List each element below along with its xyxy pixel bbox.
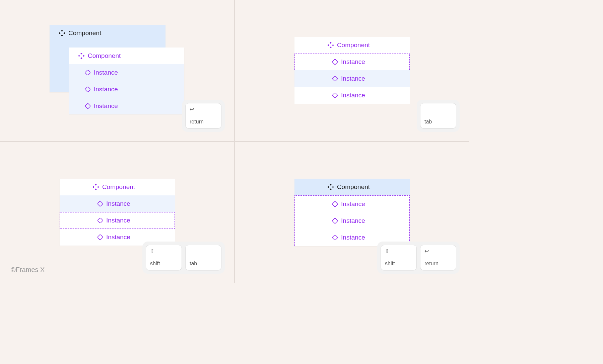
instance-label: Instance [106,200,130,207]
panel: Component Instance Instance Instance [294,37,410,104]
instance-label: Instance [341,234,365,241]
instance-label: Instance [94,102,118,110]
instance-row-selected[interactable]: Instance [60,212,175,229]
panel: Component Instance Instance [294,179,410,246]
instance-icon [332,93,338,98]
component-label: Component [68,29,101,37]
front-panel: Component Instance Instance Instance [69,48,184,114]
instance-group-dashed: Instance Instance Instance [294,195,410,246]
component-filled-icon [93,184,99,190]
key-return: ↩ return [185,103,221,128]
instance-icon [97,235,103,240]
svg-rect-14 [330,47,332,48]
instance-label: Instance [106,234,130,241]
key-group: ⇧ shift tab [142,242,225,274]
svg-rect-17 [332,93,338,98]
instance-row[interactable]: Instance [294,87,410,104]
key-label: tab [424,119,452,125]
component-row[interactable]: Component [69,48,184,64]
svg-rect-21 [95,188,97,190]
instance-label: Instance [341,75,365,82]
instance-row[interactable]: Instance [69,81,184,98]
svg-rect-10 [85,103,90,109]
component-filled-icon [78,53,84,59]
instance-label: Instance [341,92,365,99]
key-label: return [424,261,452,267]
instance-label: Instance [106,217,130,224]
shift-glyph-icon: ⇧ [385,248,412,254]
instance-icon [85,87,90,92]
svg-rect-30 [332,218,338,223]
instance-row[interactable]: Instance [295,196,409,212]
key-tab: tab [420,103,456,128]
svg-rect-12 [328,44,329,46]
svg-rect-8 [85,70,90,75]
svg-rect-6 [83,55,84,57]
instance-label: Instance [94,86,118,93]
svg-rect-28 [330,188,332,190]
instance-icon [332,235,338,240]
component-filled-icon [328,184,334,190]
key-group: tab [417,100,460,132]
quadrant-top-left: Component Component Instance Instanc [0,0,234,142]
quadrant-bottom-left: Component Instance Instance Instance [0,142,234,283]
key-label: tab [190,261,217,267]
component-label: Component [88,52,121,60]
component-filled-icon [59,30,65,36]
panel: Component Instance Instance Instance [60,179,175,246]
svg-rect-16 [332,76,338,81]
return-glyph-icon: ↩ [424,248,452,254]
component-label: Component [337,41,370,49]
key-shift: ⇧ shift [146,245,182,270]
svg-rect-20 [97,186,99,188]
svg-rect-24 [97,235,103,240]
instance-icon [332,218,338,223]
component-row-back[interactable]: Component [50,25,165,41]
svg-rect-1 [59,32,61,34]
svg-rect-29 [332,201,338,207]
svg-rect-27 [332,186,334,188]
instance-icon [332,59,338,65]
instance-label: Instance [341,200,365,208]
instance-label: Instance [94,69,118,76]
key-shift: ⇧ shift [381,245,417,270]
svg-rect-13 [332,44,334,46]
svg-rect-15 [332,59,338,65]
instance-row[interactable]: Instance [295,212,409,229]
component-filled-icon [328,42,334,48]
key-tab: tab [185,245,221,270]
return-glyph-icon: ↩ [190,106,217,112]
instance-icon [85,70,90,75]
instance-row[interactable]: Instance [69,98,184,114]
svg-rect-7 [80,57,82,59]
key-group: ↩ return [182,100,225,132]
instance-icon [97,218,103,223]
credit-text: ©Frames X [11,266,45,274]
svg-rect-25 [330,184,332,186]
svg-rect-9 [85,87,90,92]
svg-rect-22 [97,201,103,206]
instance-row[interactable]: Instance [294,70,410,87]
svg-rect-4 [80,53,82,55]
key-label: shift [150,261,178,267]
instance-row[interactable]: Instance [60,195,175,212]
key-return: ↩ return [420,245,456,270]
instance-icon [332,201,338,207]
component-row[interactable]: Component [294,37,410,54]
key-label: return [190,119,217,125]
instance-row[interactable]: Instance [69,64,184,81]
instance-icon [97,201,103,206]
svg-rect-26 [328,186,329,188]
svg-rect-11 [330,42,332,44]
instance-label: Instance [341,58,365,66]
svg-rect-0 [61,30,63,32]
quadrant-top-right: Component Instance Instance Instance [234,0,469,142]
component-label: Component [337,183,370,191]
component-row[interactable]: Component [60,179,175,195]
shift-glyph-icon: ⇧ [150,248,178,254]
instance-row-selected[interactable]: Instance [294,54,410,70]
svg-rect-23 [97,218,103,223]
component-row-selected[interactable]: Component [294,179,410,195]
svg-rect-5 [78,55,80,57]
svg-rect-31 [332,235,338,240]
